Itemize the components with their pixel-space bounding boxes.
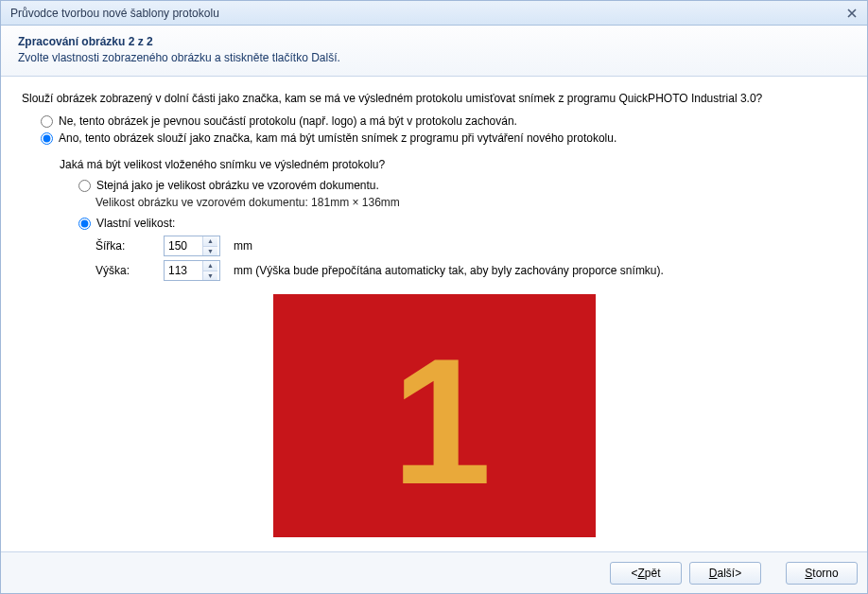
height-spinner-arrows: ▲ ▼ [202,261,217,280]
width-spinner[interactable]: ▲ ▼ [164,236,220,256]
close-icon [847,9,857,18]
back-arrow-icon: < [631,567,637,580]
titlebar: Průvodce tvorbou nové šablony protokolu [1,1,867,26]
radio-no-label: Ne, tento obrázek je pevnou součástí pro… [59,114,517,128]
next-button[interactable]: Další > [689,562,761,585]
wizard-header: Zpracování obrázku 2 z 2 Zvolte vlastnos… [1,26,867,77]
width-row: Šířka: ▲ ▼ mm [95,236,846,256]
width-up-button[interactable]: ▲ [203,236,217,247]
height-input[interactable] [165,261,202,280]
close-button[interactable] [842,5,861,22]
radio-row-yes[interactable]: Ano, tento obrázek slouží jako značka, k… [41,131,846,145]
wizard-footer: < Zpět Další > Storno [1,551,867,593]
height-label: Výška: [95,264,164,277]
height-spinner[interactable]: ▲ ▼ [164,260,220,281]
wizard-window: Průvodce tvorbou nové šablony protokolu … [0,0,868,594]
image-preview: 1 [273,294,596,537]
radio-yes-label: Ano, tento obrázek slouží jako značka, k… [59,131,616,145]
svg-text:1: 1 [391,321,492,521]
back-button[interactable]: < Zpět [610,562,682,585]
radio-no[interactable] [41,115,53,128]
radio-yes[interactable] [41,132,53,145]
back-rest: pět [645,567,661,580]
cancel-button[interactable]: Storno [786,562,858,585]
main-question: Slouží obrázek zobrazený v dolní části j… [22,92,846,105]
window-title: Průvodce tvorbou nové šablony protokolu [10,7,842,20]
radio-size-same[interactable] [78,180,91,192]
height-note: mm (Výška bude přepočítána automaticky t… [234,264,664,277]
size-question: Jaká má být velikost vloženého snímku ve… [60,158,846,171]
back-mnemonic: Z [637,567,644,580]
size-same-note: Velikost obrázku ve vzorovém dokumentu: … [95,196,846,209]
preview-wrap: 1 [22,294,846,537]
height-row: Výška: ▲ ▼ mm (Výška bude přepočítána au… [95,260,846,281]
width-input[interactable] [165,236,202,255]
custom-size-panel: Šířka: ▲ ▼ mm Výška: ▲ ▼ [95,236,846,281]
radio-row-size-custom[interactable]: Vlastní velikost: [78,217,846,230]
preview-placeholder-icon: 1 [273,294,596,537]
width-unit: mm [234,239,252,253]
radio-row-size-same[interactable]: Stejná jako je velikost obrázku ve vzoro… [78,179,846,192]
next-rest: alší [717,567,735,580]
height-down-button[interactable]: ▼ [203,271,217,281]
radio-size-custom-label: Vlastní velikost: [96,217,175,230]
page-title: Zpracování obrázku 2 z 2 [18,35,850,48]
radio-row-no[interactable]: Ne, tento obrázek je pevnou součástí pro… [41,114,846,128]
wizard-content: Slouží obrázek zobrazený v dolní části j… [1,77,867,551]
radio-size-same-label: Stejná jako je velikost obrázku ve vzoro… [96,179,379,192]
width-label: Šířka: [95,239,164,253]
next-arrow-icon: > [735,567,741,580]
height-up-button[interactable]: ▲ [203,261,217,271]
width-down-button[interactable]: ▼ [203,247,217,256]
width-spinner-arrows: ▲ ▼ [202,236,217,255]
radio-size-custom[interactable] [78,218,91,230]
cancel-rest: torno [812,567,838,580]
page-subtitle: Zvolte vlastnosti zobrazeného obrázku a … [18,51,850,64]
